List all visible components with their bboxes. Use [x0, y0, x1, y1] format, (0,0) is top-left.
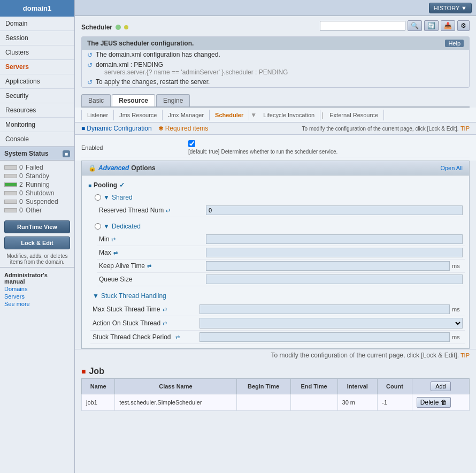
main-content: HISTORY ▼ Scheduler 🔍 🔄 📥 ⚙ The JEUS sch… [75, 0, 476, 473]
status-row-shutdown: 0 Shutdown [4, 189, 70, 197]
subtab-listener[interactable]: Listener [81, 110, 114, 120]
max-input[interactable] [206, 248, 463, 257]
tip-label-bottom: TIP [460, 352, 470, 358]
dyn-icon: ■ [81, 125, 85, 132]
tab-engine[interactable]: Engine [156, 94, 190, 106]
shared-label: Shared [112, 194, 133, 201]
shared-header: ▼ Shared [93, 193, 465, 202]
export-button[interactable]: 📥 [441, 20, 455, 31]
tab-resource[interactable]: Resource [112, 94, 155, 106]
admin-manual-seemore-link[interactable]: See more [4, 301, 70, 307]
info-box-title: The JEUS scheduler configuration. [87, 40, 194, 47]
top-bar: HISTORY ▼ [75, 0, 476, 16]
job-header: ■ Job [81, 364, 470, 378]
sidebar-item-clusters[interactable]: Clusters [0, 45, 74, 60]
max-sync-icon[interactable]: ⇄ [113, 250, 118, 256]
shared-radio[interactable] [95, 194, 101, 201]
reserved-thread-label: Reserved Thread Num ⇄ [99, 207, 206, 214]
reserved-sync-icon[interactable]: ⇄ [166, 208, 170, 213]
action-stuck-select[interactable] [199, 318, 463, 329]
search-input[interactable] [320, 21, 405, 30]
help-button[interactable]: Help [445, 40, 464, 47]
enabled-section: Enabled [default: true] Determines wheth… [75, 135, 476, 161]
title-dot1 [116, 25, 121, 30]
keepalive-unit: ms [452, 263, 463, 269]
history-button[interactable]: HISTORY ▼ [429, 3, 472, 13]
delete-icon: 🗑 [441, 399, 447, 406]
standby-label: Standby [26, 172, 49, 180]
max-stuck-sync-icon[interactable]: ⇄ [163, 307, 167, 312]
subtab-lifecycle[interactable]: Lifecycle Invocation [258, 110, 320, 120]
sidebar-item-console[interactable]: Console [0, 132, 74, 147]
subtab-jmx[interactable]: Jmx Manager [163, 110, 210, 120]
sidebar-item-monitoring[interactable]: Monitoring [0, 118, 74, 132]
enabled-checkbox[interactable] [188, 140, 195, 147]
col-name: Name [82, 379, 115, 394]
status-rows: 0 Failed 0 Standby 2 Running 0 Shutdown … [0, 161, 74, 217]
keepalive-sync-icon[interactable]: ⇄ [147, 263, 151, 269]
info-line-2: ↺ domain.xml : PENDING servers.server.{?… [82, 60, 469, 77]
settings-button[interactable]: ⚙ [457, 20, 470, 31]
refresh-button[interactable]: 🔄 [424, 20, 439, 31]
info-line-3: ↺ To apply the changes, restart the serv… [82, 77, 469, 87]
delete-job-button[interactable]: Delete 🗑 [417, 397, 451, 408]
search-button[interactable]: 🔍 [408, 20, 422, 31]
collapse-dedicated-icon: ▼ [103, 223, 110, 230]
info-text-1: The domain.xml configuration has changed… [96, 51, 220, 58]
sidebar-item-applications[interactable]: Applications [0, 74, 74, 89]
sub-tab-separator2: | [320, 111, 324, 119]
sidebar-item-session[interactable]: Session [0, 31, 74, 45]
table-row: job1 test.scheduler.SimpleScheduler 30 m… [82, 394, 470, 411]
max-stuck-unit: ms [452, 306, 463, 312]
subtab-external[interactable]: External Resource [324, 110, 384, 120]
dedicated-subsection: ▼ Dedicated Min ⇄ Max ⇄ [93, 222, 465, 286]
tab-basic[interactable]: Basic [81, 94, 111, 106]
status-row-failed: 0 Failed [4, 164, 70, 171]
admin-manual-servers-link[interactable]: Servers [4, 293, 70, 300]
dedicated-header: ▼ Dedicated [93, 222, 465, 231]
sidebar-item-security[interactable]: Security [0, 89, 74, 103]
min-label: Min ⇄ [99, 235, 206, 243]
title-dot2 [124, 25, 128, 29]
stuck-check-sync-icon[interactable]: ⇄ [175, 334, 180, 340]
max-row: Max ⇄ [97, 246, 465, 260]
action-stuck-label: Action On Stuck Thread ⇄ [93, 319, 199, 327]
keepalive-label: Keep Alive Time ⇄ [99, 262, 206, 270]
sidebar-item-servers[interactable]: Servers [0, 60, 74, 74]
system-status-toggle[interactable]: ■ [63, 150, 70, 157]
pooling-label: Pooling [94, 181, 117, 189]
other-count: 0 [19, 207, 24, 214]
lock-edit-button[interactable]: Lock & Edit [4, 236, 70, 249]
sidebar-item-domain[interactable]: Domain [0, 17, 74, 31]
min-input[interactable] [206, 234, 463, 244]
add-job-button[interactable]: Add [431, 382, 451, 391]
stuck-check-input[interactable] [199, 332, 450, 342]
open-all-link[interactable]: Open All [440, 165, 463, 171]
admin-manual-domains-link[interactable]: Domains [4, 286, 70, 292]
pooling-icon: ■ [88, 182, 91, 188]
reserved-thread-input[interactable] [206, 205, 463, 215]
subtab-jms[interactable]: Jms Resource [114, 110, 163, 120]
action-stuck-sync-icon[interactable]: ⇄ [163, 321, 167, 326]
lock-icon: 🔒 [88, 164, 96, 172]
min-sync-icon[interactable]: ⇄ [111, 236, 116, 242]
sidebar-domain[interactable]: domain1 [0, 0, 74, 17]
tab-row: Basic Resource Engine [81, 94, 470, 108]
col-count: Count [378, 379, 412, 394]
dedicated-radio[interactable] [95, 223, 101, 230]
col-endtime: End Time [290, 379, 337, 394]
keepalive-input[interactable] [206, 261, 450, 271]
info-text-3: To apply the changes, restart the server… [96, 78, 210, 86]
sidebar-item-resources[interactable]: Resources [0, 103, 74, 118]
advanced-options-header: 🔒 Advanced Options Open All [81, 161, 470, 176]
job-name-cell: job1 [82, 394, 115, 411]
advanced-italic: Advanced [98, 164, 129, 172]
status-bar-failed [4, 165, 17, 170]
advanced-body: ■ Pooling ✓ ▼ Shared Reserved Thread Num… [81, 176, 470, 349]
subtab-scheduler[interactable]: Scheduler [210, 110, 249, 120]
runtime-view-button[interactable]: RunTime View [4, 220, 70, 233]
max-stuck-label: Max Stuck Thread Time ⇄ [93, 306, 199, 313]
max-stuck-input[interactable] [199, 304, 450, 314]
status-row-standby: 0 Standby [4, 172, 70, 180]
queuesize-input[interactable] [206, 274, 463, 284]
